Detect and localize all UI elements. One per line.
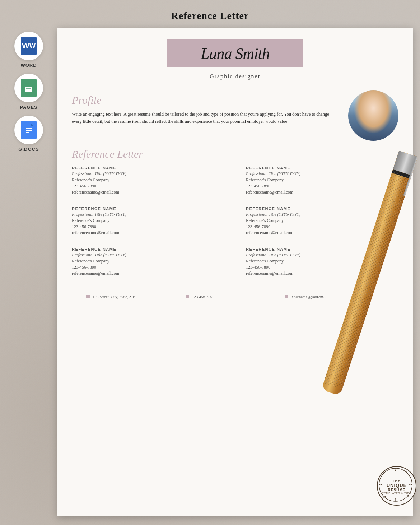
profile-section: Profile Write an engaging text here. A g…: [72, 94, 398, 141]
footer-dot-email: [285, 295, 288, 298]
photo-person-visual: [348, 90, 398, 141]
ref-email: referencename@email.com: [246, 190, 398, 195]
page-title: Reference Letter: [0, 0, 420, 28]
footer-address-item: 123 Street, City, State, ZIP: [86, 294, 186, 300]
svg-rect-1: [25, 84, 32, 87]
resume-header: Luna Smith Graphic designer: [57, 28, 413, 87]
ref-phone: 123-456-7890: [72, 224, 232, 229]
candidate-name: Luna Smith: [178, 45, 293, 62]
ref-entry-1-left: REFERENCE NAME Professional Title (YYYY-…: [72, 166, 232, 195]
ref-email: referencename@email.com: [72, 271, 232, 276]
ref-name: REFERENCE NAME: [72, 247, 232, 251]
ref-company: Reference's Company: [72, 218, 232, 223]
ref-title: Professional Title (YYYY-YYYY): [72, 252, 232, 258]
sidebar-item-gdocs[interactable]: G.DOCS: [7, 116, 50, 152]
gdocs-icon: [21, 121, 37, 139]
ref-name: REFERENCE NAME: [72, 206, 232, 211]
pages-label: PAGES: [20, 104, 38, 110]
watermark-badge: THE UNIQUE RESUME TEMPLATES & TIPS: [377, 466, 416, 506]
ref-company: Reference's Company: [246, 177, 398, 183]
footer-dot-address: [86, 295, 90, 298]
ref-title: Professional Title (YYYY-YYYY): [72, 171, 232, 177]
profile-heading: Profile: [72, 94, 337, 106]
profile-text-area: Profile Write an engaging text here. A g…: [72, 94, 337, 141]
name-banner: Luna Smith: [167, 39, 303, 67]
badge-unique: UNIQUE: [387, 483, 407, 488]
badge-resume: RESUME: [388, 488, 406, 492]
ref-company: Reference's Company: [72, 259, 232, 264]
ref-entry-2-left: REFERENCE NAME Professional Title (YYYY-…: [72, 206, 232, 236]
badge-sub: TEMPLATES & TIPS: [382, 492, 411, 494]
sidebar: W WORD PAGES: [7, 28, 50, 516]
job-title: Graphic designer: [210, 73, 261, 80]
sidebar-item-pages[interactable]: PAGES: [7, 74, 50, 110]
pages-icon-circle: [14, 74, 43, 102]
ref-email: referencename@email.com: [72, 230, 232, 236]
profile-text: Write an engaging text here. A great res…: [72, 111, 337, 125]
ref-phone: 123-456-7890: [72, 183, 232, 189]
ref-title: Professional Title (YYYY-YYYY): [246, 212, 398, 217]
svg-marker-5: [31, 124, 33, 126]
pages-icon: [21, 79, 37, 97]
word-icon: W: [21, 37, 37, 55]
reference-letter-section: Reference Letter REFERENCE NAME Professi…: [72, 148, 398, 288]
gdocs-icon-circle: [14, 116, 43, 144]
gdocs-label: G.DOCS: [18, 147, 39, 152]
reference-letter-heading: Reference Letter: [72, 148, 398, 160]
ref-email: referencename@email.com: [72, 190, 232, 195]
footer-phone: 123-456-7890: [192, 294, 214, 300]
ref-name: REFERENCE NAME: [72, 166, 232, 170]
footer-email: Yourname@yourem...: [291, 294, 326, 300]
word-icon-circle: W: [14, 32, 43, 60]
footer-phone-item: 123-456-7890: [186, 294, 285, 300]
ref-phone: 123-456-7890: [246, 183, 398, 189]
ref-company: Reference's Company: [72, 177, 232, 183]
references-left-column: REFERENCE NAME Professional Title (YYYY-…: [72, 166, 235, 288]
badge-the: THE: [392, 479, 401, 483]
footer-dot-phone: [186, 295, 189, 298]
profile-photo: [348, 90, 398, 141]
ref-phone: 123-456-7890: [72, 265, 232, 270]
ref-name: REFERENCE NAME: [246, 166, 398, 170]
ref-entry-3-left: REFERENCE NAME Professional Title (YYYY-…: [72, 247, 232, 276]
word-label: WORD: [20, 62, 37, 68]
ref-title: Professional Title (YYYY-YYYY): [246, 171, 398, 177]
ref-entry-1-right: REFERENCE NAME Professional Title (YYYY-…: [246, 166, 398, 195]
references-grid: REFERENCE NAME Professional Title (YYYY-…: [72, 166, 398, 288]
ref-title: Professional Title (YYYY-YYYY): [72, 212, 232, 217]
ref-name: REFERENCE NAME: [246, 206, 398, 211]
footer-address: 123 Street, City, State, ZIP: [93, 294, 135, 300]
sidebar-item-word[interactable]: W WORD: [7, 32, 50, 68]
